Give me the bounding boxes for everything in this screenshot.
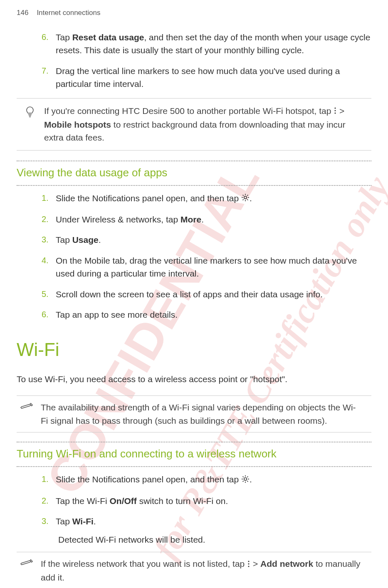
note-text: If the wireless network that you want is… [41, 557, 361, 584]
step-text: Under Wireless & networks, tap More. [56, 213, 371, 226]
step-number: 3. [42, 233, 49, 247]
subheading: Turning Wi-Fi on and connecting to a wir… [17, 444, 371, 464]
dotted-separator [17, 161, 371, 161]
svg-point-0 [335, 108, 336, 109]
text: Slide the Notifications panel open, and … [56, 474, 241, 484]
text: Tap [56, 516, 72, 526]
step-number: 4. [42, 254, 49, 280]
step-number: 5. [42, 288, 49, 301]
page-number: 146 [17, 7, 28, 18]
step-text: Slide the Notifications panel open, and … [56, 473, 371, 487]
dotted-separator [17, 185, 371, 186]
step-text: Tap Reset data usage, and then set the d… [56, 31, 371, 57]
dotted-separator [17, 466, 371, 467]
bold-text: More [180, 215, 201, 224]
gear-icon [241, 474, 250, 487]
step-item: 3. Tap Usage. [42, 233, 371, 247]
step-item: 3. Tap Wi-Fi. [42, 515, 371, 528]
step-item: 6. Tap Reset data usage, and then set th… [42, 31, 371, 57]
svg-line-8 [243, 195, 244, 196]
text: . [250, 193, 252, 203]
text: Under Wireless & networks, tap [56, 215, 180, 224]
step-number: 2. [42, 213, 49, 226]
step-number: 1. [42, 192, 49, 205]
step-number: 1. [42, 473, 49, 487]
bold-text: Add network [260, 559, 313, 568]
step-number: 3. [42, 515, 49, 528]
pencil-icon [20, 557, 35, 584]
step-number: 6. [42, 308, 49, 321]
step-text: Tap Wi-Fi. [56, 515, 371, 528]
text: If you're connecting HTC Desire 500 to a… [44, 106, 334, 116]
text: . [201, 215, 204, 224]
main-heading: Wi-Fi [17, 336, 371, 363]
dotted-separator [17, 442, 371, 442]
gear-icon [241, 192, 250, 205]
wifi-step-list: 1. Slide the Notifications panel open, a… [17, 473, 371, 528]
step-item: 6. Tap an app to see more details. [42, 308, 371, 321]
text: . [99, 235, 101, 245]
lightbulb-icon [25, 104, 37, 144]
svg-point-2 [335, 113, 336, 114]
step-item: 1. Slide the Notifications panel open, a… [42, 192, 371, 205]
step-item: 7. Drag the vertical line markers to see… [42, 64, 371, 91]
text: Slide the Notifications panel open, and … [56, 193, 241, 203]
svg-point-1 [335, 110, 336, 111]
step-text: On the Mobile tab, drag the vertical lin… [56, 254, 371, 280]
step-text: Tap an app to see more details. [56, 308, 371, 321]
step-number: 2. [42, 494, 49, 508]
step-item: 2. Under Wireless & networks, tap More. [42, 213, 371, 226]
svg-point-23 [248, 566, 249, 567]
svg-line-10 [243, 200, 244, 200]
menu-dots-icon [247, 558, 250, 571]
bold-text: Reset data usage [72, 32, 144, 42]
viewing-step-list: 1. Slide the Notifications panel open, a… [17, 192, 371, 321]
step-text: Drag the vertical line markers to see ho… [56, 64, 371, 91]
svg-point-21 [248, 561, 249, 562]
tip-text: If you're connecting HTC Desire 500 to a… [44, 104, 361, 144]
text: > [337, 106, 344, 116]
step-result-text: Detected Wi-Fi networks will be listed. [17, 533, 371, 546]
step-text: Tap Usage. [56, 233, 371, 247]
svg-line-11 [247, 195, 248, 196]
menu-dots-icon [334, 105, 337, 118]
bold-text: Usage [72, 235, 99, 245]
page-header: 146 Internet connections [0, 0, 388, 31]
svg-point-3 [244, 196, 247, 199]
step-item: 5. Scroll down the screen to see a list … [42, 288, 371, 301]
svg-line-9 [247, 200, 248, 200]
text: Tap [56, 32, 72, 42]
note-box: The availability and strength of a Wi-Fi… [17, 395, 371, 432]
bold-text: Mobile hotspots [44, 120, 111, 129]
note-text: The availability and strength of a Wi-Fi… [41, 401, 361, 427]
text: Tap the Wi-Fi [56, 496, 110, 506]
subheading: Viewing the data usage of apps [17, 163, 371, 183]
text: Tap [56, 235, 72, 245]
step-number: 6. [42, 31, 49, 57]
svg-line-17 [243, 477, 244, 477]
step-item: 4. On the Mobile tab, drag the vertical … [42, 254, 371, 280]
step-number: 7. [42, 64, 49, 91]
svg-point-12 [244, 478, 247, 480]
text: > [250, 559, 260, 568]
pencil-icon [20, 401, 35, 427]
text: . [94, 516, 96, 526]
top-step-list: 6. Tap Reset data usage, and then set th… [17, 31, 371, 91]
text: . [250, 474, 252, 484]
intro-paragraph: To use Wi-Fi, you need access to a wirel… [17, 373, 371, 392]
text: switch to turn Wi-Fi on. [137, 496, 228, 506]
step-text: Scroll down the screen to see a list of … [56, 288, 371, 301]
note-box: If the wireless network that you want is… [17, 552, 371, 588]
step-text: Slide the Notifications panel open, and … [56, 192, 371, 205]
svg-line-18 [247, 481, 248, 482]
bold-text: Wi-Fi [72, 516, 94, 526]
step-item: 1. Slide the Notifications panel open, a… [42, 473, 371, 487]
section-name: Internet connections [37, 7, 100, 18]
bold-text: On/Off [110, 496, 137, 506]
svg-line-19 [243, 481, 244, 482]
text: If the wireless network that you want is… [41, 559, 247, 568]
svg-point-22 [248, 563, 249, 564]
tip-box: If you're connecting HTC Desire 500 to a… [17, 98, 371, 151]
step-text: Tap the Wi-Fi On/Off switch to turn Wi-F… [56, 494, 371, 508]
step-item: 2. Tap the Wi-Fi On/Off switch to turn W… [42, 494, 371, 508]
